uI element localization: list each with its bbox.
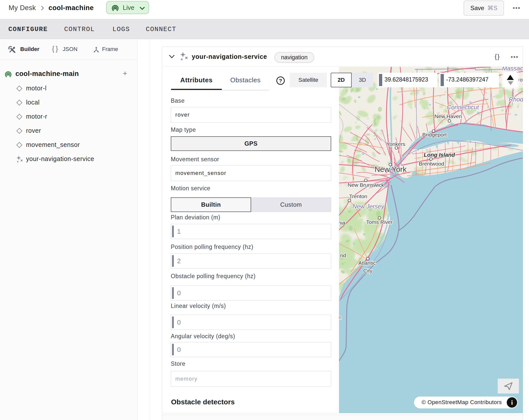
svg-text:Massachu: Massachu: [502, 67, 523, 72]
svg-text:New Brunswick: New Brunswick: [348, 182, 384, 188]
svg-text:nia: nia: [339, 220, 345, 226]
svg-text:nd: nd: [340, 252, 346, 258]
svg-text:New Haven: New Haven: [435, 113, 462, 119]
svg-text:Long Island: Long Island: [424, 152, 455, 158]
svg-text:Brentwood: Brentwood: [419, 161, 444, 167]
svg-text:Atlantic: Atlantic: [358, 260, 376, 266]
svg-text:Yonkers: Yonkers: [386, 141, 405, 147]
svg-text:Connecticut: Connecticut: [447, 104, 479, 111]
svg-text:n: n: [339, 315, 341, 320]
svg-text:New Jersey: New Jersey: [352, 203, 384, 210]
svg-text:Toms River: Toms River: [366, 219, 393, 225]
svg-text:Bridgeport: Bridgeport: [422, 132, 447, 138]
svg-text:City: City: [363, 268, 373, 274]
svg-text:Rhode Island: Rhode Island: [509, 96, 523, 103]
svg-text:?: ?: [279, 78, 282, 84]
svg-text:Trenton: Trenton: [349, 193, 367, 199]
svg-text:New York: New York: [375, 165, 407, 173]
